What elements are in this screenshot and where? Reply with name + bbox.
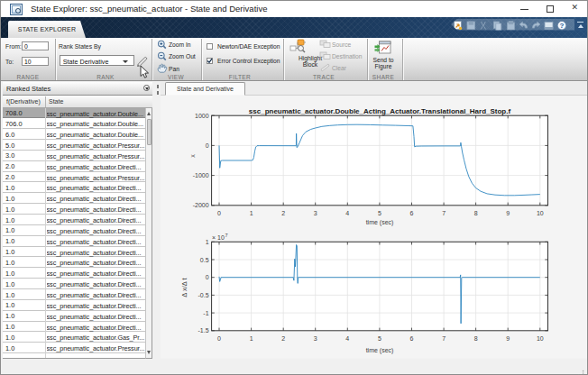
svg-text:time (sec): time (sec) (366, 347, 394, 354)
svg-text:5: 5 (378, 210, 381, 216)
svg-text:× 10: × 10 (212, 234, 225, 241)
svg-text:0: 0 (206, 274, 209, 280)
svg-text:6: 6 (410, 210, 414, 216)
svg-text:0: 0 (206, 142, 209, 149)
svg-text:-1: -1 (203, 310, 208, 316)
svg-text:-1000: -1000 (193, 172, 209, 178)
svg-text:1000: 1000 (195, 113, 209, 119)
svg-text:6: 6 (410, 335, 414, 342)
svg-text:7: 7 (442, 335, 446, 342)
svg-text:5: 5 (378, 335, 381, 342)
svg-text:3: 3 (314, 335, 317, 342)
svg-text:time (sec): time (sec) (366, 219, 394, 226)
svg-text:1: 1 (206, 239, 209, 245)
svg-text:2: 2 (281, 210, 285, 216)
svg-text:4: 4 (345, 335, 349, 342)
svg-text:x: x (189, 154, 196, 158)
svg-text:9: 9 (506, 210, 510, 216)
svg-text:8: 8 (474, 335, 478, 342)
svg-text:3: 3 (314, 210, 317, 216)
svg-text:8: 8 (474, 210, 478, 216)
svg-text:10: 10 (537, 335, 544, 342)
svg-text:7: 7 (442, 210, 446, 216)
svg-text:0: 0 (217, 210, 221, 216)
svg-text:-2000: -2000 (193, 202, 209, 208)
svg-text:-0.5: -0.5 (198, 292, 209, 298)
svg-text:7: 7 (225, 233, 228, 238)
svg-text:-1.5: -1.5 (198, 327, 209, 334)
svg-text:1: 1 (250, 335, 253, 342)
svg-text:0: 0 (217, 335, 221, 342)
svg-text:ssc_pneumatic_actuator.Double_: ssc_pneumatic_actuator.Double_Acting_Act… (249, 107, 511, 115)
svg-text:1: 1 (250, 210, 253, 216)
svg-text:9: 9 (506, 335, 510, 342)
svg-text:4: 4 (345, 210, 349, 216)
svg-text:2: 2 (281, 335, 285, 342)
svg-text:10: 10 (537, 210, 544, 216)
svg-text:0.5: 0.5 (200, 257, 209, 263)
svg-text:Δ x/Δ t: Δ x/Δ t (180, 277, 188, 297)
